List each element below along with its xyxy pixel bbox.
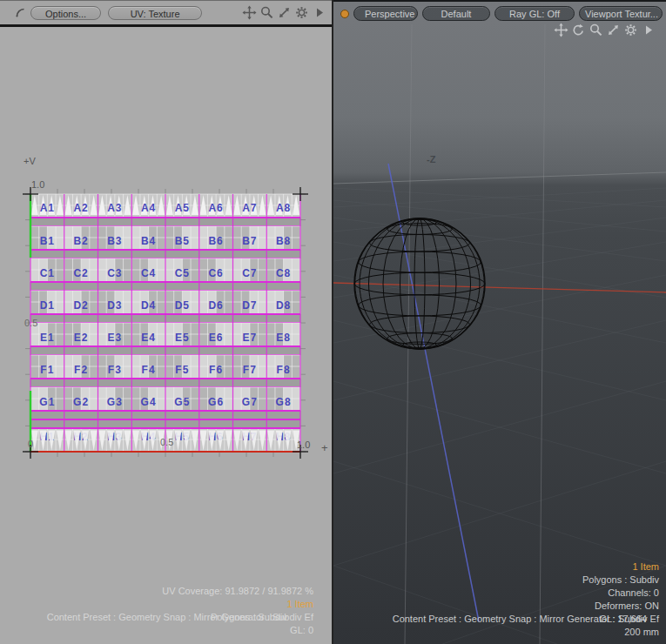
uv-editor-panel: Options... UV: Texture A1A2A3A4A5A6A7A8B… [0,0,332,644]
uv-cell-label: B8 [276,235,291,247]
uv-cell-label: D3 [107,299,122,312]
uv-cell-label: G7 [242,396,258,408]
uv-cell-label: D6 [208,299,223,312]
settings-icon[interactable] [294,5,309,20]
uv-cell-label: A3 [107,202,122,214]
uv-cell-label: C7 [242,267,257,279]
uv-cell-label: G6 [208,396,224,408]
shading-default-button[interactable]: Default [422,6,490,21]
uv-cell-label: F4 [142,364,156,376]
perspective-viewport-panel: Perspective Default Ray GL: Off Viewport… [333,0,666,644]
ray-gl-button[interactable]: Ray GL: Off [494,6,575,21]
projection-button[interactable]: Perspective [353,6,418,21]
uv-cell-label: D7 [242,299,257,312]
uv-cell-label: B3 [107,235,122,247]
uv-cell-label: E5 [175,332,190,344]
uv-cell-label: E4 [141,332,156,344]
uv-cell-label: A7 [242,202,257,214]
uv-cell-label: B5 [175,235,190,247]
viewport-texture-button[interactable]: Viewport Textur... [579,6,663,21]
uv-toolbar: Options... UV: Texture [0,1,332,27]
uv-cell-label: G4 [141,396,157,408]
uv-texture-button[interactable]: UV: Texture [108,6,202,20]
uv-cell-label: F2 [74,364,88,376]
rotate-icon[interactable] [571,23,586,37]
uv-toolbar-icons [242,5,326,20]
uv-cell-label: G8 [276,396,292,408]
viewport-toolbar: Perspective Default Ray GL: Off Viewport… [333,4,666,23]
uv-cell-label: D2 [73,299,88,312]
uv-cell-label: C5 [175,267,190,279]
uv-cell-label: C2 [73,267,88,279]
uv-cell-label: D1 [40,299,55,312]
uv-cell-label: E3 [108,332,123,344]
uv-cell-label: A2 [73,202,88,214]
modo-workspace: Options... UV: Texture A1A2A3A4A5A6A7A8B… [0,0,666,644]
uv-cell-label: B1 [40,235,55,247]
uv-cell-label: F1 [40,364,54,376]
uv-cell-label: A4 [141,202,156,214]
viewport-corner-icon[interactable] [14,6,27,19]
settings-icon[interactable] [623,23,638,37]
move-icon[interactable] [242,5,257,20]
uv-cell-label: D4 [141,299,156,312]
viewport-active-indicator-icon[interactable] [340,10,349,18]
uv-cell-label: G5 [174,396,190,408]
viewport-toolbar-icons [554,23,656,37]
uv-cell-label: G2 [73,396,89,408]
uv-cell-label: F7 [243,364,257,376]
more-icon[interactable] [312,5,326,20]
uv-cell-label: C1 [40,267,55,279]
zoom-icon[interactable] [589,23,603,37]
uv-cell-label: A5 [175,202,190,214]
uv-cell-label: A6 [208,202,223,214]
uv-cell-label: F8 [277,364,291,376]
expand-icon[interactable] [277,5,292,20]
uv-cell-label: B2 [73,235,88,247]
uv-editor-canvas[interactable]: A1A2A3A4A5A6A7A8B1B2B3B4B5B6B7B8C1C2C3C4… [0,27,332,644]
uv-cell-label: D8 [276,299,291,312]
zoom-icon[interactable] [259,5,274,20]
uv-cell-label: C4 [141,267,156,279]
uv-cell-label: C6 [208,267,223,279]
uv-cell-label: C3 [107,267,122,279]
uv-cell-label: G3 [107,396,123,408]
uv-cell-label: A1 [40,202,55,214]
uv-cell-label: E8 [276,332,291,344]
uv-cell-label: B6 [208,235,223,247]
more-icon[interactable] [641,23,656,37]
uv-cell-label: G1 [39,396,55,408]
uv-cell-label: E7 [243,332,258,344]
uv-cell-label: F3 [108,364,122,376]
move-icon[interactable] [554,23,568,37]
options-button[interactable]: Options... [30,6,101,20]
uv-cell-label: F6 [209,364,223,376]
uv-cell-label: B7 [242,235,257,247]
expand-icon[interactable] [606,23,621,37]
uv-cell-label: C8 [276,267,291,279]
uv-cell-label: E6 [209,332,224,344]
viewport-3d-canvas[interactable] [333,2,666,644]
uv-cell-label: A8 [276,202,291,214]
uv-cell-label: E1 [40,332,55,344]
uv-cell-label: B4 [141,235,156,247]
uv-cell-label: E2 [74,332,89,344]
uv-cell-label: F5 [175,364,189,376]
uv-cell-label: D5 [175,299,190,312]
